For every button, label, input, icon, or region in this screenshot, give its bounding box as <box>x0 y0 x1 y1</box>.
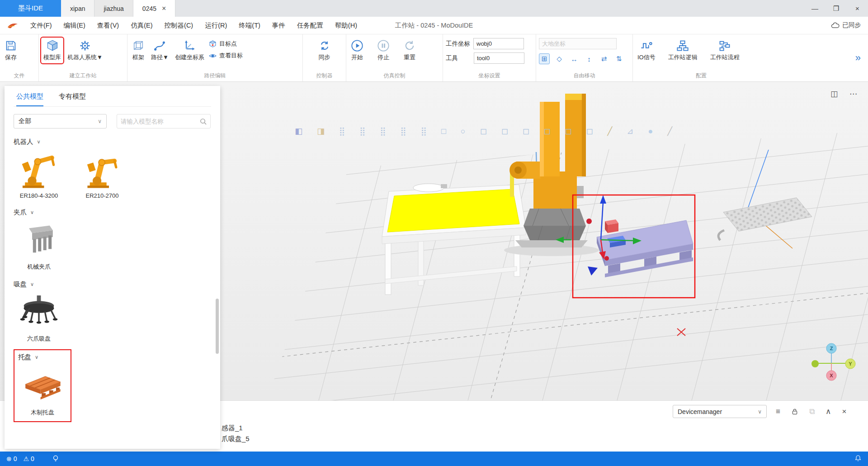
menu-event[interactable]: 事件 <box>266 17 291 34</box>
ribbon-expand-chevron[interactable]: » <box>848 52 868 64</box>
device-manager-select[interactable]: Devicemanager ∨ <box>673 405 767 418</box>
cube-outline-icon-3[interactable]: ◻ <box>523 127 529 135</box>
log-panel-toolbar: ≡ ⧉ ∧ × <box>776 405 846 418</box>
menu-edit[interactable]: 编辑(E) <box>58 17 91 34</box>
tab-private-models[interactable]: 专有模型 <box>59 92 86 106</box>
minimize-button[interactable]: — <box>804 0 826 17</box>
log-filter-icon[interactable]: ≡ <box>776 407 780 416</box>
workstation-logic-button[interactable]: 工作站逻辑 <box>666 38 699 63</box>
close-panel-icon[interactable]: × <box>842 407 847 416</box>
create-coordinate-system-button[interactable]: 创建坐标系 <box>173 38 206 63</box>
tool-input[interactable] <box>474 52 524 64</box>
split-view-icon[interactable]: ◫ <box>830 89 838 99</box>
model-library-icon <box>46 39 59 52</box>
free-move-z-icon[interactable]: ⇅ <box>613 53 624 64</box>
stop-button[interactable]: 停止 <box>375 38 392 63</box>
error-counter[interactable]: ⊗ 0 <box>6 455 17 462</box>
gizmo-ball-green[interactable] <box>811 360 819 367</box>
panel-scrollbar-thumb[interactable] <box>216 299 219 354</box>
path-button[interactable]: 路径▼ <box>149 38 170 63</box>
menu-run[interactable]: 运行(R) <box>199 17 233 34</box>
tab-public-models[interactable]: 公共模型 <box>16 92 43 106</box>
workstation-tab-0245[interactable]: 0245 × <box>133 0 176 17</box>
notification-bell-icon[interactable] <box>854 455 862 463</box>
work-table-model[interactable] <box>382 184 526 295</box>
dot-grid-icon-3[interactable]: ⣿ <box>380 127 386 135</box>
menu-simulation[interactable]: 仿真(E) <box>125 17 158 34</box>
free-move-y-icon[interactable]: ↕ <box>584 53 594 64</box>
model-card-er180[interactable]: ER180-4-3200 <box>14 150 64 199</box>
cube-outline-icon-2[interactable]: ◻ <box>501 127 508 135</box>
model-search-input[interactable] <box>121 118 200 125</box>
workobject-coords-input[interactable] <box>473 38 524 49</box>
measure-tool-icon[interactable]: ╱ <box>667 127 672 135</box>
copy-icon[interactable]: ⧉ <box>809 407 815 416</box>
menu-view[interactable]: 查看(V) <box>91 17 125 34</box>
save-button[interactable]: 保存 <box>3 38 19 63</box>
cube-outline-icon-5[interactable]: ◻ <box>565 127 572 135</box>
category-filter-select[interactable]: 全部 ∨ <box>14 114 107 128</box>
pen-tool-icon[interactable]: ╱ <box>607 127 612 135</box>
hint-bulb-icon[interactable] <box>52 455 59 462</box>
section-grippers[interactable]: 夹爪 ∨ <box>14 208 211 217</box>
restore-button[interactable]: ❐ <box>826 0 847 17</box>
menu-help[interactable]: 帮助(H) <box>329 17 363 34</box>
workobject-coords-label: 工件坐标 <box>446 40 470 48</box>
robot-system-button[interactable]: 机器人系统▼ <box>66 38 104 63</box>
target-point-button[interactable]: 目标点 <box>209 40 243 48</box>
menu-file[interactable]: 文件(F) <box>24 17 58 34</box>
sync-button[interactable]: 同步 <box>316 38 333 63</box>
start-button[interactable]: 开始 <box>349 38 365 63</box>
tab-close-icon[interactable]: × <box>162 5 166 13</box>
ribbon-group-config: IO信号 工作站逻辑 工作站流程 配置 <box>633 34 769 81</box>
lock-icon[interactable] <box>791 408 798 415</box>
solid-cube-blue-icon[interactable]: ◧ <box>295 127 302 135</box>
sphere-tool-icon[interactable]: ● <box>648 127 653 135</box>
more-options-icon[interactable]: ⋯ <box>849 89 857 99</box>
reset-button[interactable]: 重置 <box>401 38 418 63</box>
workstation-tab-xipan[interactable]: xipan <box>61 0 94 17</box>
sync-status[interactable]: 已同步 <box>831 21 861 29</box>
model-library-button[interactable]: 模型库 <box>42 38 63 63</box>
free-move-cube-icon[interactable]: ◇ <box>554 53 565 64</box>
model-card-mechanical-gripper[interactable]: 机械夹爪 <box>14 220 64 271</box>
io-signal-button[interactable]: IO信号 <box>636 38 657 63</box>
dot-grid-icon-2[interactable]: ⣿ <box>359 127 365 135</box>
menu-task-config[interactable]: 任务配置 <box>291 17 329 34</box>
workstation-tab-jiazhua[interactable]: jiazhua <box>94 0 133 17</box>
menu-controller[interactable]: 控制器(C) <box>159 17 199 34</box>
cube-outline-icon-1[interactable]: ◻ <box>480 127 487 135</box>
warning-counter[interactable]: ⚠ 0 <box>24 455 34 462</box>
collapse-panel-icon[interactable]: ∧ <box>826 407 831 416</box>
model-card-er210[interactable]: ER210-2700 <box>77 150 127 199</box>
dot-grid-icon-5[interactable]: ⣿ <box>421 127 427 135</box>
dot-grid-icon-4[interactable]: ⣿ <box>401 127 406 135</box>
workstation-flow-button[interactable]: 工作站流程 <box>708 38 741 63</box>
circle-tool-icon[interactable]: ○ <box>461 127 466 135</box>
free-move-rotate-icon[interactable]: ⇄ <box>599 53 609 64</box>
triangle-ruler-icon[interactable]: ⊿ <box>627 127 633 135</box>
section-pallets[interactable]: 托盘 ∨ <box>18 353 67 361</box>
world-coords-input[interactable] <box>539 38 617 49</box>
model-card-six-claw-suction[interactable]: 六爪吸盘 <box>14 292 64 343</box>
free-move-translate-icon[interactable]: ⊞ <box>539 53 550 64</box>
app-logo-tab[interactable]: 墨斗IDE <box>0 0 61 17</box>
square-tool-icon[interactable]: □ <box>441 127 446 135</box>
close-button[interactable]: × <box>847 0 868 17</box>
cube-outline-icon-6[interactable]: ◻ <box>586 127 593 135</box>
menu-terminal[interactable]: 终端(T) <box>233 17 266 34</box>
dot-grid-icon-1[interactable]: ⣿ <box>339 127 345 135</box>
suction-plate-model[interactable] <box>718 150 812 248</box>
free-move-x-icon[interactable]: ↔ <box>569 53 580 64</box>
orientation-gizmo[interactable]: Z Y X <box>811 343 855 380</box>
sync-label: 已同步 <box>843 21 861 29</box>
cube-outline-icon-4[interactable]: ◻ <box>544 127 551 135</box>
pallet-selected-model[interactable] <box>597 219 693 277</box>
model-card-wooden-pallet[interactable]: 木制托盘 <box>18 366 67 417</box>
frame-button[interactable]: 框架 <box>130 38 146 63</box>
search-icon[interactable] <box>200 118 207 125</box>
view-target-button[interactable]: 查看目标 <box>209 52 243 60</box>
section-robots[interactable]: 机器人 ∨ <box>14 138 211 146</box>
section-suction-cups[interactable]: 吸盘 ∨ <box>14 280 211 289</box>
solid-cube-tan-icon[interactable]: ◨ <box>317 127 325 135</box>
